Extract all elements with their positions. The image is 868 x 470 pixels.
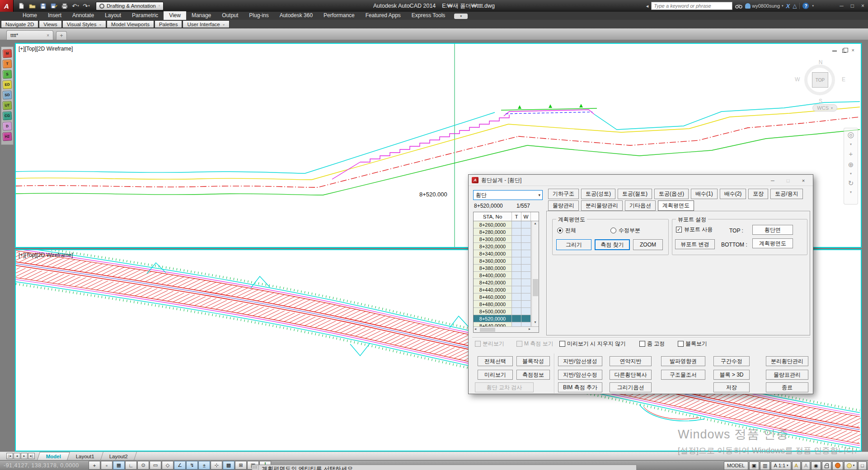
quick-view-drawings-button[interactable]: ▥ xyxy=(760,461,770,470)
annotation-scale-button[interactable]: A 1:1 ▾ xyxy=(771,461,791,470)
dialog-button-btn[interactable]: 미리보기 xyxy=(478,370,513,380)
ribbon-tab-home[interactable]: Home xyxy=(17,11,42,20)
object-snap-tracking-icon[interactable]: ↯ xyxy=(186,461,198,470)
layout-nav-pin-left-icon[interactable]: |◂ xyxy=(6,453,13,459)
viewcube-north[interactable]: N xyxy=(819,59,823,65)
command-line-window[interactable]: × 계획평면도의 엔티티를 선택하세요.계획평면도의 엔티티를 선택하세요. >… xyxy=(252,465,637,470)
radio-modified[interactable]: 수정부분 xyxy=(610,227,640,234)
table-row[interactable]: 8+340,0000 xyxy=(474,250,531,257)
ribbon-tab-autodesk-360[interactable]: Autodesk 360 xyxy=(274,11,318,20)
dynamic-ucs-icon[interactable]: ± xyxy=(198,461,210,470)
toolbar-button-model-viewports[interactable]: Model Viewports xyxy=(107,20,154,28)
ribbon-tab-view[interactable]: View xyxy=(164,11,186,20)
object-snap-icon[interactable]: ▭ xyxy=(150,461,161,470)
table-row[interactable]: 8+500,0000 xyxy=(474,308,531,315)
table-row[interactable]: 8+320,0000 xyxy=(474,243,531,250)
dialog-button-btn[interactable]: 종료 xyxy=(766,382,808,392)
model-space-button[interactable]: MODEL xyxy=(724,461,748,470)
pan-icon[interactable]: + xyxy=(849,150,853,157)
dialog-button-btn[interactable]: 지반/암선생성 xyxy=(558,356,602,366)
table-row[interactable]: 8+520,0000 xyxy=(474,315,531,322)
navbar-chevron-icon[interactable]: ▾ xyxy=(850,143,852,146)
viewcube-south[interactable]: S xyxy=(819,98,822,104)
file-tab-close-icon[interactable]: × xyxy=(47,33,49,38)
layout-tab-layout1[interactable]: Layout1 xyxy=(67,452,103,460)
dialog-button-btn[interactable]: 그리기옵션 xyxy=(610,382,652,392)
layout-tab-layout2[interactable]: Layout2 xyxy=(101,452,137,460)
save-button[interactable] xyxy=(38,1,48,10)
checkbox-3[interactable]: 줌 고정 xyxy=(639,340,665,348)
dialog-minimize-button[interactable]: ─ xyxy=(765,178,780,183)
draw-button[interactable]: 그리기 xyxy=(556,239,591,250)
table-row[interactable]: 8+480,0000 xyxy=(474,301,531,308)
layout-nav-triangle-left-icon[interactable]: ◂ xyxy=(14,453,20,459)
dialog-button-btn[interactable]: 전체선택 xyxy=(478,356,513,366)
ribbon-tab-output[interactable]: Output xyxy=(216,11,244,20)
dialog-tab-tab[interactable]: 계획평면도 xyxy=(658,200,694,211)
palette-tool-d-icon[interactable]: D xyxy=(3,121,12,130)
viewcube[interactable]: N S W E TOP xyxy=(800,60,841,102)
toolbar-button-views[interactable]: Views xyxy=(39,20,61,28)
autodesk-360-icon[interactable]: △ xyxy=(793,3,797,9)
drawing-restore-icon[interactable] xyxy=(842,49,846,53)
hscrollbar-thumb[interactable] xyxy=(480,328,495,332)
3d-object-snap-icon[interactable]: ◇ xyxy=(162,461,174,470)
dialog-button-bim[interactable]: BIM 측점 추가 xyxy=(558,382,602,392)
orbit-chevron-icon[interactable]: ▾ xyxy=(850,191,852,194)
toolbar-lock-button[interactable] xyxy=(822,461,831,470)
table-row[interactable]: 8+460,0000 xyxy=(474,293,531,301)
minimize-button[interactable]: ─ xyxy=(840,3,844,9)
dialog-button-3d[interactable]: 블록 > 3D xyxy=(713,370,750,380)
dialog-button-btn[interactable]: 블록작성 xyxy=(516,356,550,366)
radio-modified-circle-icon[interactable] xyxy=(610,228,616,233)
viewport-controls-label[interactable]: [+][Top][2D Wireframe] xyxy=(19,252,73,258)
table-row[interactable]: 8+280,0000 xyxy=(474,228,531,236)
navigation-bar[interactable]: ◎ ▾ + ⊕ ▾ ↻ ▾ xyxy=(844,128,858,205)
table-row[interactable]: 8+400,0000 xyxy=(474,272,531,279)
scroll-left-icon[interactable]: ◂ xyxy=(474,327,476,331)
isolate-objects-button[interactable] xyxy=(832,461,843,470)
quick-view-layouts-button[interactable]: ▣ xyxy=(749,461,759,470)
dialog-close-button[interactable]: × xyxy=(796,178,811,183)
palette-tool-sd-icon[interactable]: SD xyxy=(3,90,12,99)
dialog-button-btn[interactable]: 연약지반 xyxy=(610,356,652,366)
ribbon-tab-manage[interactable]: Manage xyxy=(186,11,216,20)
cross-section-design-dialog[interactable]: A 횡단설계 - [횡단] ─ □ × 횡단 ▾ 8+520,0000 1/55… xyxy=(468,174,813,394)
clean-screen-button[interactable]: □ xyxy=(858,461,867,470)
bottom-viewport-field[interactable]: 계획평면도 xyxy=(752,238,793,248)
dialog-title-bar[interactable]: A 횡단설계 - [횡단] xyxy=(469,175,813,186)
open-file-button[interactable] xyxy=(27,1,37,10)
polar-tracking-icon[interactable]: ⊙ xyxy=(137,461,149,470)
dialog-button-btn[interactable]: 분리횡단관리 xyxy=(766,356,808,366)
table-row[interactable]: 8+420,0000 xyxy=(474,279,531,286)
wcs-dropdown[interactable]: WCS ▾ xyxy=(812,104,837,112)
ribbon-tab-featured-apps[interactable]: Featured Apps xyxy=(360,11,406,20)
dynamic-input-icon[interactable]: ⊹ xyxy=(211,461,222,470)
dialog-tab-tab[interactable]: 분리물량관리 xyxy=(581,200,623,211)
table-row[interactable]: 8+440,0000 xyxy=(474,286,531,293)
dialog-button-btn[interactable]: 저장 xyxy=(713,382,750,392)
save-as-button[interactable] xyxy=(49,1,59,10)
hardware-acceleration-button[interactable]: ▾ xyxy=(844,461,858,470)
use-viewport-checkbox[interactable]: ✓ 뷰포트 사용 xyxy=(676,226,713,233)
scroll-up-icon[interactable]: ▴ xyxy=(532,221,539,228)
dialog-button-btn[interactable]: 다른횡단복사 xyxy=(610,370,652,380)
palette-tool-ut-icon[interactable]: UT xyxy=(3,101,12,110)
redo-button[interactable]: ↷▾ xyxy=(81,1,91,10)
toolbar-button-visual-styles[interactable]: Visual Styles⌄ xyxy=(62,20,106,28)
new-file-button[interactable] xyxy=(16,1,26,10)
palette-tool-s-icon[interactable]: S xyxy=(3,70,12,79)
workspace-switching-button[interactable]: ◉ xyxy=(811,461,821,470)
radio-all[interactable]: 전체 xyxy=(557,227,576,234)
vertical-scrollbar[interactable]: ▴ ▾ xyxy=(531,221,539,326)
scroll-right-icon[interactable]: ▸ xyxy=(529,327,530,331)
scroll-down-icon[interactable]: ▾ xyxy=(532,320,539,326)
steering-wheel-icon[interactable]: ◎ xyxy=(848,131,854,139)
toolbar-button-user-interface[interactable]: User Interface⌄ xyxy=(183,20,230,28)
ribbon-tab-annotate[interactable]: Annotate xyxy=(67,11,99,20)
table-row[interactable]: 8+260,0000 xyxy=(474,221,531,228)
ribbon-tab-layout[interactable]: Layout xyxy=(99,11,127,20)
sign-in-control[interactable]: wy0800sung ▾ xyxy=(745,3,783,9)
change-viewport-button[interactable]: 뷰포트 변경 xyxy=(675,239,715,249)
table-row[interactable]: 8+380,0000 xyxy=(474,265,531,272)
